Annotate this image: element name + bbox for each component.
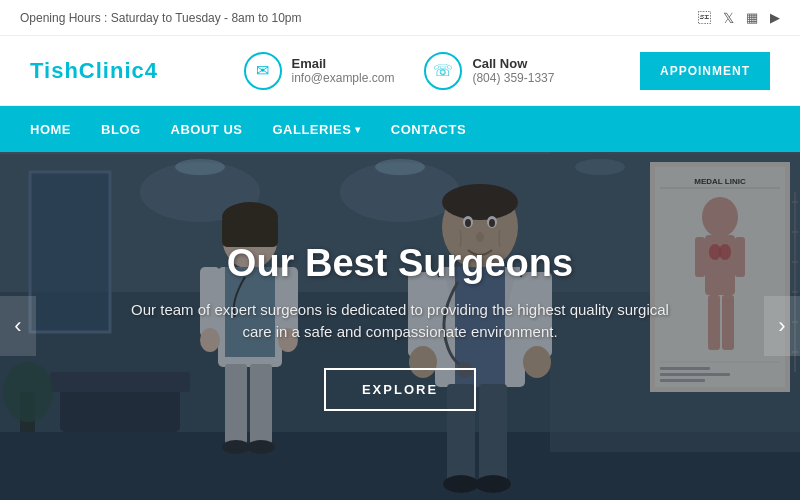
hero-section: MEDAL LINIC — [0, 152, 800, 500]
hero-content: Our Best Surgeons Our team of expert sur… — [0, 152, 800, 500]
header: TishClinic4 ✉ Email info@example.com ☏ C… — [0, 36, 800, 106]
email-info: Email info@example.com — [292, 56, 395, 85]
nav-home[interactable]: HOME — [30, 122, 71, 137]
top-bar: Opening Hours : Saturday to Tuesday - 8a… — [0, 0, 800, 36]
email-value: info@example.com — [292, 71, 395, 85]
call-contact: ☏ Call Now (804) 359-1337 — [424, 52, 554, 90]
email-label: Email — [292, 56, 395, 71]
prev-slide-button[interactable]: ‹ — [0, 296, 36, 356]
chevron-down-icon: ▾ — [355, 124, 361, 135]
next-slide-button[interactable]: › — [764, 296, 800, 356]
call-label: Call Now — [472, 56, 554, 71]
nav-about-us[interactable]: ABOUT US — [171, 122, 243, 137]
hero-title: Our Best Surgeons — [227, 242, 573, 285]
opening-hours: Opening Hours : Saturday to Tuesday - 8a… — [20, 11, 301, 25]
call-info: Call Now (804) 359-1337 — [472, 56, 554, 85]
appointment-button[interactable]: APPOINMENT — [640, 52, 770, 90]
site-logo[interactable]: TishClinic4 — [30, 58, 158, 84]
email-icon: ✉ — [244, 52, 282, 90]
email-contact: ✉ Email info@example.com — [244, 52, 395, 90]
social-icons-group:  𝕏 ▦ ▶ — [698, 10, 780, 26]
instagram-icon[interactable]: ▦ — [746, 10, 758, 25]
nav-blog[interactable]: BLOG — [101, 122, 141, 137]
explore-button[interactable]: EXPLORE — [324, 368, 476, 411]
call-value: (804) 359-1337 — [472, 71, 554, 85]
facebook-icon[interactable]:  — [698, 10, 711, 25]
nav-galleries[interactable]: GALLERIES ▾ — [272, 122, 360, 137]
twitter-icon[interactable]: 𝕏 — [723, 10, 734, 26]
header-contacts: ✉ Email info@example.com ☏ Call Now (804… — [244, 52, 555, 90]
main-nav: HOME BLOG ABOUT US GALLERIES ▾ CONTACTS — [0, 106, 800, 152]
hero-subtitle: Our team of expert surgeons is dedicated… — [120, 299, 680, 344]
youtube-icon[interactable]: ▶ — [770, 10, 780, 25]
phone-icon: ☏ — [424, 52, 462, 90]
nav-contacts[interactable]: CONTACTS — [391, 122, 466, 137]
